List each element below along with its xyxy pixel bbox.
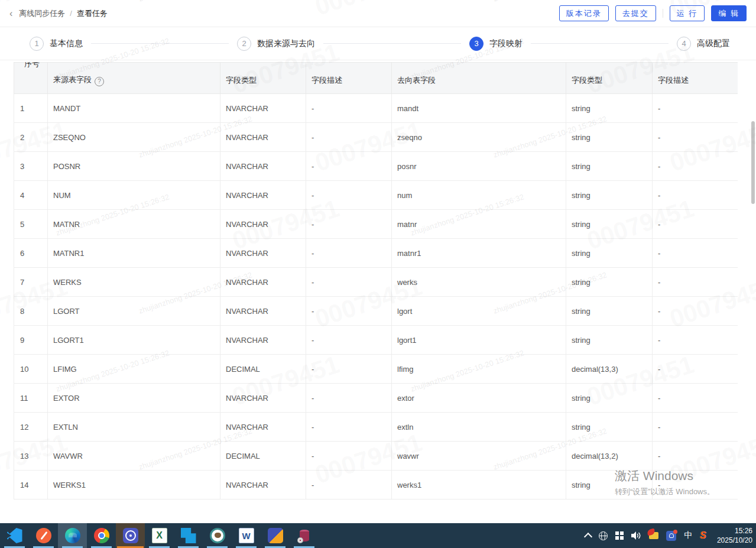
- target-type-cell: string: [566, 413, 653, 442]
- table-row: 11 EXTOR NVARCHAR - extor string -: [14, 384, 738, 413]
- source-desc-cell: -: [306, 181, 392, 210]
- clock-date: 2025/10/20: [717, 536, 752, 545]
- run-button[interactable]: 运 行: [670, 5, 705, 21]
- target-type-cell: decimal(13,3): [566, 355, 653, 384]
- windows-security-icon[interactable]: [615, 531, 624, 540]
- source-field-cell: POSNR: [48, 152, 220, 181]
- target-desc-cell: -: [653, 239, 738, 268]
- chrome-icon[interactable]: [87, 523, 116, 548]
- source-desc-cell: -: [306, 326, 392, 355]
- source-type-cell: NVARCHAR: [220, 210, 306, 239]
- table-body: 1 MANDT NVARCHAR - mandt string - 2 ZSEQ…: [14, 94, 738, 500]
- source-desc-cell: -: [306, 413, 392, 442]
- shield-app-icon[interactable]: [261, 523, 290, 548]
- source-field-cell: WERKS: [48, 268, 220, 297]
- step-advanced-config[interactable]: 4 高级配置: [677, 37, 730, 51]
- step-field-mapping[interactable]: 3 字段映射: [469, 37, 523, 51]
- target-type-cell: string: [566, 239, 653, 268]
- seq-column-header: 序号: [24, 62, 40, 69]
- excel-icon[interactable]: [145, 523, 174, 548]
- dbeaver-icon[interactable]: [203, 523, 232, 548]
- seq-cell: 7: [14, 268, 48, 297]
- target-desc-cell: -: [653, 181, 738, 210]
- source-type-cell: NVARCHAR: [220, 94, 306, 123]
- target-type-cell: string: [566, 326, 653, 355]
- taskbar-pinned-apps: [0, 523, 319, 548]
- step-4-circle: 4: [677, 37, 691, 51]
- target-field-cell: wavwr: [392, 442, 566, 471]
- source-field-header: 来源表字段?: [48, 63, 220, 94]
- source-desc-cell: -: [306, 442, 392, 471]
- table-row: 4 NUM NVARCHAR - num string -: [14, 181, 738, 210]
- source-type-cell: NVARCHAR: [220, 239, 306, 268]
- target-field-cell: matnr: [392, 210, 566, 239]
- tray-chevron-up-icon[interactable]: [585, 531, 591, 540]
- target-field-cell: zseqno: [392, 123, 566, 152]
- help-icon[interactable]: ?: [95, 77, 104, 86]
- seq-cell: 11: [14, 384, 48, 413]
- table-row: 7 WERKS NVARCHAR - werks string -: [14, 268, 738, 297]
- foxmail-icon[interactable]: [649, 532, 658, 539]
- target-field-cell: mandt: [392, 94, 566, 123]
- seq-cell: 6: [14, 239, 48, 268]
- seq-cell: 12: [14, 413, 48, 442]
- table-row: 13 WAVWR DECIMAL - wavwr decimal(13,2) -: [14, 442, 738, 471]
- go-submit-button[interactable]: 去提交: [615, 5, 656, 21]
- network-globe-icon[interactable]: [599, 531, 608, 540]
- target-type-cell: string: [566, 384, 653, 413]
- target-field-cell: werks1: [392, 471, 566, 500]
- back-chevron-icon[interactable]: ‹: [9, 9, 12, 18]
- target-type-cell: string: [566, 123, 653, 152]
- target-desc-cell: -: [653, 297, 738, 326]
- seq-cell: 13: [14, 442, 48, 471]
- main-window: ‹ 离线同步任务 / 查看任务 版本记录 去提交 运 行 编 辑 1 基本信息 …: [0, 0, 756, 523]
- speaker-icon[interactable]: [631, 531, 641, 540]
- edit-button[interactable]: 编 辑: [711, 5, 747, 21]
- table-row: 10 LFIMG DECIMAL - lfimg decimal(13,3) -: [14, 355, 738, 384]
- target-desc-cell: -: [653, 442, 738, 471]
- taskbar-clock[interactable]: 15:26 2025/10/20: [713, 523, 756, 548]
- target-desc-cell: -: [653, 268, 738, 297]
- source-desc-cell: -: [306, 123, 392, 152]
- source-type-header: 字段类型: [220, 63, 306, 94]
- target-desc-cell: -: [653, 152, 738, 181]
- target-field-cell: num: [392, 181, 566, 210]
- target-desc-cell: -: [653, 413, 738, 442]
- source-desc-cell: -: [306, 384, 392, 413]
- table-row: 8 LGORT NVARCHAR - lgort string -: [14, 297, 738, 326]
- breadcrumb-parent[interactable]: 离线同步任务: [19, 8, 65, 19]
- sogou-input-icon[interactable]: S: [700, 530, 706, 541]
- target-desc-cell: -: [653, 384, 738, 413]
- source-field-cell: EXTLN: [48, 413, 220, 442]
- target-type-cell: string: [566, 181, 653, 210]
- pen-app-icon[interactable]: [29, 523, 58, 548]
- table-row: 6 MATNR1 NVARCHAR - matnr1 string -: [14, 239, 738, 268]
- notification-app-icon[interactable]: [666, 531, 676, 541]
- scrollbar-thumb[interactable]: [751, 121, 755, 204]
- step-source-target[interactable]: 2 数据来源与去向: [237, 37, 315, 51]
- breadcrumb-separator: /: [70, 9, 72, 18]
- step-connector: [91, 43, 229, 44]
- source-type-cell: NVARCHAR: [220, 471, 306, 500]
- ime-indicator[interactable]: 中: [684, 530, 692, 541]
- source-field-cell: LGORT: [48, 297, 220, 326]
- scrollbar-track[interactable]: [750, 0, 756, 523]
- seq-cell: 1: [14, 94, 48, 123]
- source-type-cell: DECIMAL: [220, 442, 306, 471]
- target-type-cell: string: [566, 268, 653, 297]
- step-basic-info[interactable]: 1 基本信息: [30, 37, 83, 51]
- database-tool-icon[interactable]: [290, 523, 319, 548]
- source-desc-cell: -: [306, 210, 392, 239]
- source-desc-cell: -: [306, 268, 392, 297]
- source-desc-header: 字段描述: [306, 63, 392, 94]
- hbuilder-icon[interactable]: [174, 523, 203, 548]
- target-field-header: 去向表字段: [392, 63, 566, 94]
- source-field-cell: MANDT: [48, 94, 220, 123]
- chat-app-icon[interactable]: [116, 523, 145, 548]
- version-history-button[interactable]: 版本记录: [559, 5, 609, 21]
- seq-cell: 5: [14, 210, 48, 239]
- source-field-cell: LGORT1: [48, 326, 220, 355]
- edge-icon[interactable]: [58, 523, 87, 548]
- vscode-icon[interactable]: [0, 523, 29, 548]
- word-icon[interactable]: [232, 523, 261, 548]
